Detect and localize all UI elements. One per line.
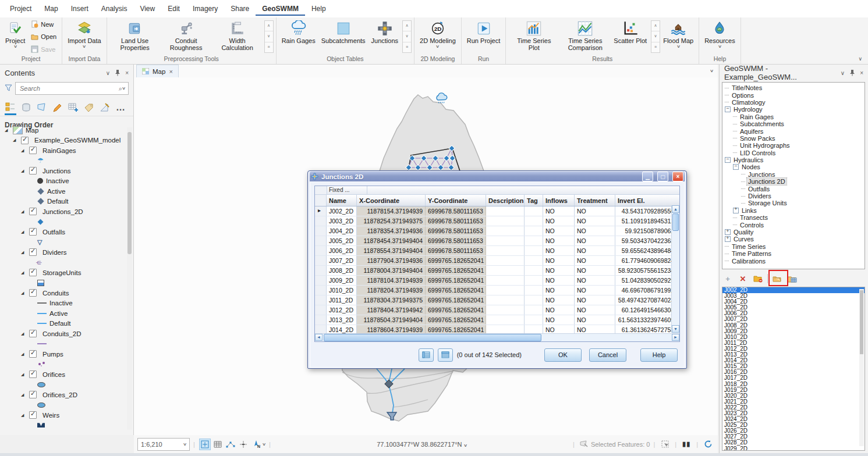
delete-object-button[interactable]: ✕ — [737, 273, 749, 284]
contents-scrollbar[interactable] — [127, 127, 132, 430]
geoswmm-tree-item[interactable]: LID Controls — [725, 149, 865, 156]
table-row[interactable]: J010_2D 11878204.37194939 6999765.182652… — [315, 286, 679, 295]
tree-expand-box[interactable] — [725, 229, 731, 235]
contents-tree-item[interactable]: RainGages — [5, 145, 125, 156]
contents-tree-item[interactable] — [5, 156, 125, 166]
pin-icon[interactable] — [115, 69, 121, 76]
search-input[interactable] — [19, 84, 119, 92]
menu-tab[interactable]: Imagery — [186, 2, 224, 16]
time-series-comparison-button[interactable]: Time Series Comparison — [559, 19, 611, 55]
tree-expand-box[interactable] — [725, 236, 731, 242]
pin-icon[interactable] — [849, 69, 855, 76]
chevron-down-icon[interactable]: ∨ — [262, 442, 266, 447]
expand-arrow-icon[interactable] — [13, 138, 18, 142]
junctions-button[interactable]: Junctions — [369, 19, 401, 55]
close-tab-icon[interactable]: × — [169, 68, 172, 75]
object-list-scrollbar[interactable] — [859, 289, 864, 446]
geoswmm-tree-item[interactable]: Options — [725, 91, 865, 98]
geoswmm-tree-item[interactable]: Title/Notes — [725, 84, 865, 91]
expand-arrow-icon[interactable] — [21, 352, 26, 357]
fixed-columns-header[interactable]: Fixed ... — [327, 186, 367, 194]
contents-tree-item[interactable]: StorageUnits — [5, 268, 125, 278]
ok-button[interactable]: OK — [544, 348, 582, 362]
row-selector[interactable] — [315, 206, 327, 216]
tree-expand-box[interactable] — [733, 164, 739, 170]
row-selector[interactable] — [315, 226, 327, 236]
table-row[interactable]: J012_2D 11878404.37194942 6999765.182652… — [315, 305, 679, 315]
tree-expand-box[interactable] — [725, 106, 731, 112]
col-tag[interactable]: Tag — [525, 195, 543, 206]
contents-tree-item[interactable]: Example_GeoSWMM_model — [5, 136, 125, 146]
show-all-records-button[interactable] — [419, 348, 434, 362]
project-button[interactable]: Project ∨ — [2, 19, 28, 55]
table-row[interactable]: J011_2D 11878304.371949375 6999765.18265… — [315, 295, 679, 305]
geoswmm-tree-item[interactable]: Controls — [725, 221, 865, 228]
width-calculation-button[interactable]: Width Calculation — [212, 19, 263, 55]
layer-checkbox[interactable] — [29, 289, 37, 297]
contents-tree-item[interactable]: Inactive — [5, 176, 125, 187]
group-scroll-spinner[interactable]: ∧∨≡ — [651, 20, 660, 53]
save-button[interactable]: Save — [29, 45, 58, 54]
expand-arrow-icon[interactable] — [21, 169, 26, 173]
menu-tab[interactable]: GeoSWMM — [256, 2, 305, 16]
contents-tree-item[interactable]: Conduits_2D — [5, 329, 125, 339]
geoswmm-tree-item[interactable]: Storage Units — [725, 200, 865, 206]
labeling-icon[interactable] — [83, 102, 95, 113]
row-selector[interactable] — [315, 295, 327, 305]
contents-tree-item[interactable] — [5, 339, 125, 350]
scroll-right-arrow[interactable]: ► — [672, 334, 679, 341]
2d-modeling-button[interactable]: 2D 2D Modeling ∨ — [417, 19, 459, 55]
geoswmm-tree-item[interactable]: Outfalls — [725, 185, 865, 192]
pause-drawing-icon[interactable]: ▮▮ — [681, 439, 692, 450]
layer-checkbox[interactable] — [29, 411, 37, 419]
remove-folder-button[interactable] — [752, 273, 764, 284]
table-row[interactable]: J002_2D 11878154.37194939 6999678.580111… — [315, 206, 679, 216]
contents-tree-item[interactable]: Dividers — [5, 247, 125, 258]
tree-expand-box[interactable] — [725, 157, 731, 163]
row-selector[interactable] — [315, 276, 327, 285]
ribbon-collapse-chevron[interactable]: ∨ — [858, 56, 862, 62]
tree-expand-box[interactable] — [733, 208, 739, 213]
geoswmm-tree-item[interactable]: Hydrology — [725, 106, 865, 113]
contents-tree-item[interactable] — [5, 359, 125, 370]
geoswmm-tree-item[interactable]: Aquifers — [725, 127, 865, 134]
geoswmm-tree-item[interactable]: Hydraulics — [725, 156, 865, 163]
group-scroll-spinner[interactable]: ∧∨≡ — [402, 20, 412, 53]
help-button[interactable]: Help — [640, 348, 678, 362]
menu-tab[interactable]: Help — [305, 2, 332, 16]
run-project-button[interactable]: Run Project — [464, 19, 503, 55]
chevron-down-icon[interactable]: ∨ — [122, 86, 126, 91]
row-selector[interactable] — [315, 236, 327, 245]
layer-checkbox[interactable] — [29, 370, 37, 378]
geoswmm-tree-item[interactable]: Links — [725, 207, 865, 214]
geoswmm-tree-item[interactable]: Quality — [725, 229, 865, 236]
expand-arrow-icon[interactable] — [21, 413, 26, 418]
col-x-coordinate[interactable]: X-Coordinate — [357, 195, 426, 206]
geoswmm-tree-item[interactable]: Nodes — [725, 163, 865, 170]
geoswmm-tree-item[interactable]: Junctions — [725, 171, 865, 178]
open-button[interactable]: Open — [29, 33, 58, 41]
menu-tab[interactable]: Project — [3, 2, 38, 16]
expand-arrow-icon[interactable] — [21, 270, 26, 275]
contents-tree-item[interactable]: Default — [5, 319, 125, 329]
panel-options-chevron[interactable]: ∨ — [106, 70, 110, 76]
layer-checkbox[interactable] — [29, 330, 37, 337]
geoswmm-tree-item[interactable]: Time Series — [725, 243, 865, 250]
open-table-editor-button[interactable] — [786, 273, 798, 284]
expand-arrow-icon[interactable] — [21, 332, 26, 336]
expand-arrow-icon[interactable] — [21, 148, 26, 153]
expand-arrow-icon[interactable] — [21, 209, 26, 214]
contents-tree-item[interactable] — [5, 258, 125, 268]
attribute-table-icon[interactable] — [212, 439, 224, 450]
contents-tree-item[interactable]: Orifices_2D — [5, 390, 125, 400]
scroll-thumb[interactable] — [324, 334, 541, 341]
close-button[interactable]: × — [672, 172, 683, 181]
contents-tree-item[interactable]: Outfalls — [5, 227, 125, 237]
row-selector[interactable] — [315, 286, 327, 295]
geoswmm-tree-item[interactable]: Snow Packs — [725, 135, 865, 142]
table-horizontal-scrollbar[interactable]: ◄ ► — [315, 333, 679, 341]
table-vertical-scrollbar[interactable]: ▲ ▼ — [671, 205, 679, 333]
contents-tree-item[interactable]: Conduits — [5, 288, 125, 298]
expand-arrow-icon[interactable] — [21, 230, 26, 234]
row-selector[interactable] — [315, 315, 327, 325]
